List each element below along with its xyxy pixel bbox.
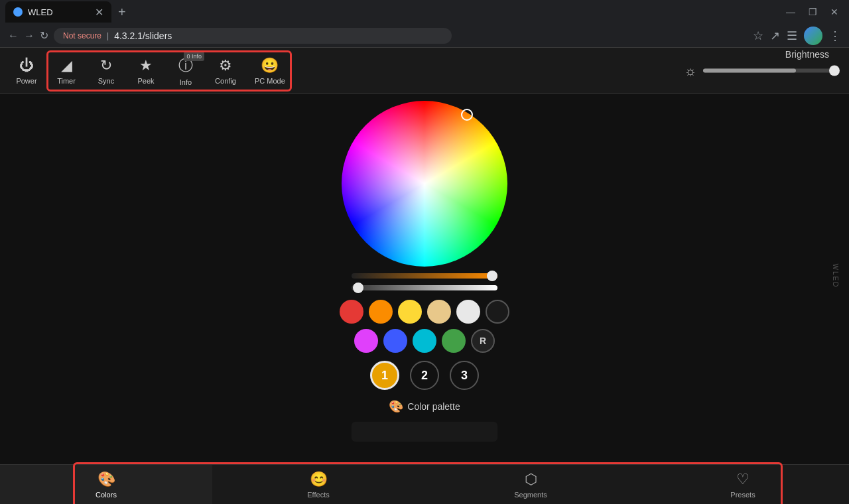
bottom-nav-colors[interactable]: 🎨 Colors: [0, 465, 212, 504]
peek-button[interactable]: ★ Peek: [126, 52, 166, 90]
peek-icon: ★: [139, 57, 153, 74]
share-btn[interactable]: ↗: [770, 29, 780, 43]
colors-label: Colors: [96, 491, 117, 499]
swatch-magenta[interactable]: [354, 329, 378, 353]
color-palette-btn[interactable]: 🎨 Color palette: [389, 399, 460, 414]
brightness-thumb[interactable]: [829, 66, 840, 76]
bottom-nav-effects[interactable]: 😊 Effects: [212, 465, 424, 504]
win-minimize-btn[interactable]: —: [781, 4, 801, 20]
power-button[interactable]: ⏻ Power: [7, 52, 46, 90]
win-maximize-btn[interactable]: ❐: [803, 4, 822, 20]
bottom-nav-segments[interactable]: ⬡ Segments: [424, 465, 637, 504]
bookmark-btn[interactable]: ☆: [753, 29, 763, 43]
swatch-green[interactable]: [442, 329, 466, 353]
segments-icon: ⬡: [525, 471, 537, 488]
sync-icon: ↻: [100, 57, 112, 74]
color-slots: 1 2 3: [370, 361, 479, 390]
presets-label: Presets: [730, 491, 755, 499]
config-icon: ⚙: [219, 57, 232, 74]
swatch-orange[interactable]: [369, 300, 393, 324]
color-palette-label: Color palette: [407, 401, 460, 412]
new-tab-btn[interactable]: +: [114, 5, 130, 20]
bottom-nav: 🎨 Colors 😊 Effects ⬡ Segments ♡ Presets: [0, 464, 849, 504]
info-label: Info: [180, 78, 192, 86]
swatch-yellow[interactable]: [398, 300, 422, 324]
profile-avatar[interactable]: [804, 27, 822, 45]
sync-label: Sync: [98, 77, 114, 85]
sliders-container: [352, 273, 497, 290]
color-slot-1[interactable]: 1: [370, 361, 399, 390]
brightness-control: Brightness ☼: [685, 63, 836, 78]
info-badge: 0 Info: [184, 52, 204, 61]
brightness-slider[interactable]: [703, 69, 836, 73]
warm-slider-thumb[interactable]: [487, 271, 497, 281]
swatches-container: R: [340, 300, 509, 353]
security-label: Not secure: [63, 31, 101, 40]
segments-label: Segments: [514, 491, 547, 499]
swatch-blue[interactable]: [383, 329, 407, 353]
bottom-nav-presets[interactable]: ♡ Presets: [637, 465, 849, 504]
config-label: Config: [215, 77, 236, 85]
pcmode-button[interactable]: 😀 PC Mode: [245, 52, 294, 90]
peek-label: Peek: [137, 77, 154, 85]
brightness-icon: ☼: [685, 63, 696, 78]
sync-button[interactable]: ↻ Sync: [86, 52, 126, 90]
nav-reload-btn[interactable]: ↻: [40, 29, 48, 42]
palette-icon: 🎨: [389, 399, 403, 414]
power-label: Power: [16, 77, 36, 85]
pcmode-icon: 😀: [261, 57, 279, 74]
swatch-warm-white[interactable]: [427, 300, 451, 324]
color-wheel-container: [342, 101, 507, 267]
wled-watermark: WLED: [832, 264, 839, 288]
address-bar[interactable]: Not secure | 4.3.2.1/sliders: [54, 28, 452, 44]
main-area: R 1 2 3 🎨 Color palette: [0, 94, 849, 464]
swatch-white[interactable]: [456, 300, 480, 324]
brightness-label: Brightness: [785, 48, 829, 59]
colors-icon: 🎨: [98, 471, 115, 488]
effects-label: Effects: [307, 491, 329, 499]
sidebar-btn[interactable]: ☰: [787, 29, 797, 43]
swatch-random[interactable]: R: [471, 329, 495, 353]
swatches-row-1: [340, 300, 509, 324]
swatch-cyan[interactable]: [413, 329, 436, 353]
white-slider[interactable]: [352, 285, 497, 290]
address-text: 4.3.2.1/sliders: [114, 31, 172, 41]
warm-slider[interactable]: [352, 273, 497, 279]
tab-title: WLED: [28, 7, 53, 17]
presets-icon: ♡: [736, 471, 750, 488]
timer-label: Timer: [57, 77, 76, 85]
menu-btn[interactable]: ⋮: [829, 29, 841, 43]
nav-back-btn[interactable]: ←: [8, 30, 19, 42]
segment-bar: [352, 422, 497, 442]
color-picker-handle[interactable]: [461, 109, 473, 121]
win-close-btn[interactable]: ✕: [825, 4, 844, 20]
timer-button[interactable]: ◢ Timer: [46, 52, 86, 90]
info-button[interactable]: ⓘ Info 0 Info: [166, 50, 206, 92]
swatch-dark[interactable]: [486, 300, 509, 324]
white-slider-thumb[interactable]: [353, 283, 363, 293]
color-slot-3[interactable]: 3: [450, 361, 479, 390]
color-slot-2[interactable]: 2: [410, 361, 439, 390]
color-wheel[interactable]: [342, 101, 507, 267]
swatch-red[interactable]: [340, 300, 363, 324]
pcmode-label: PC Mode: [255, 77, 285, 85]
swatches-row-2: R: [354, 329, 495, 353]
effects-icon: 😊: [310, 471, 328, 488]
power-icon: ⏻: [19, 57, 34, 74]
nav-forward-btn[interactable]: →: [24, 30, 34, 42]
top-nav: ⏻ Power ◢ Timer ↻ Sync ★ Peek ⓘ Info 0 I…: [0, 48, 849, 94]
timer-icon: ◢: [61, 57, 72, 74]
config-button[interactable]: ⚙ Config: [206, 52, 245, 90]
tab-close-btn[interactable]: ✕: [95, 6, 103, 19]
